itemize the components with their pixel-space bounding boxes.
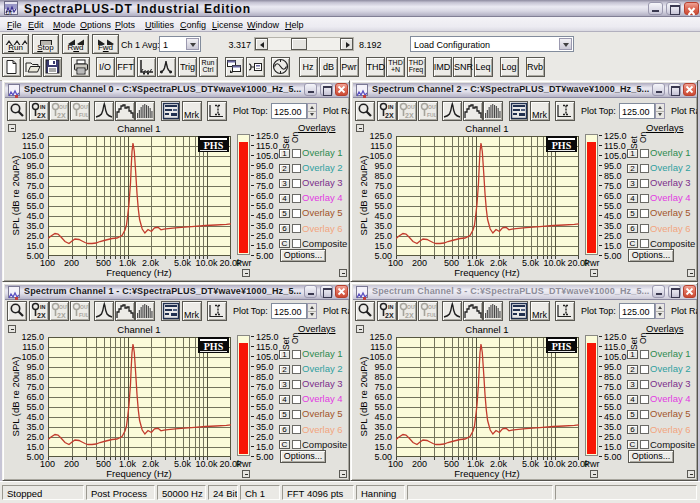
svg-text:OUT: OUT <box>428 304 437 310</box>
svg-text:IN: IN <box>40 104 46 110</box>
svg-text:2X: 2X <box>37 312 46 319</box>
svg-text:OUT: OUT <box>407 104 416 110</box>
svg-text:FULL: FULL <box>79 112 89 118</box>
svg-text:FULL: FULL <box>79 312 89 318</box>
svg-text:FULL: FULL <box>427 112 437 118</box>
svg-text:OUT: OUT <box>428 104 437 110</box>
svg-text:OUT: OUT <box>59 304 68 310</box>
svg-text:2X: 2X <box>385 312 394 319</box>
svg-text:IN: IN <box>40 304 46 310</box>
svg-text:2X: 2X <box>57 312 66 319</box>
svg-text:IN: IN <box>388 304 394 310</box>
svg-text:OUT: OUT <box>80 104 89 110</box>
svg-text:FULL: FULL <box>427 312 437 318</box>
svg-text:OUT: OUT <box>80 304 89 310</box>
svg-text:2X: 2X <box>37 112 46 119</box>
svg-text:2X: 2X <box>57 112 66 119</box>
svg-text:2X: 2X <box>385 112 394 119</box>
svg-text:IN: IN <box>388 104 394 110</box>
svg-text:DT: DT <box>6 10 13 16</box>
svg-text:2X: 2X <box>405 112 414 119</box>
svg-text:2X: 2X <box>405 312 414 319</box>
svg-text:OUT: OUT <box>59 104 68 110</box>
svg-text:OUT: OUT <box>407 304 416 310</box>
